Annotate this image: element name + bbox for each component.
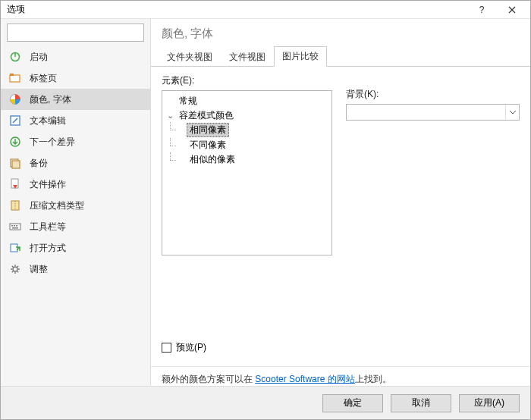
scooter-link[interactable]: Scooter Software 的网站 bbox=[255, 374, 354, 384]
help-button[interactable]: ? bbox=[467, 1, 497, 19]
svg-rect-11 bbox=[10, 224, 20, 230]
sidebar-item-label: 压缩文档类型 bbox=[30, 199, 84, 212]
elements-tree[interactable]: 常规 ⌄容差模式颜色 相同像素 不同像素 相似的像素 bbox=[162, 90, 332, 255]
svg-rect-15 bbox=[12, 227, 18, 229]
tree-node-tolerance[interactable]: 容差模式颜色 bbox=[176, 109, 237, 122]
tree-expander[interactable]: ⌄ bbox=[165, 111, 174, 121]
elements-label: 元素(E): bbox=[162, 74, 332, 87]
svg-rect-3 bbox=[10, 74, 14, 76]
search-input[interactable] bbox=[7, 24, 144, 42]
tab-folder-view[interactable]: 文件夹视图 bbox=[159, 47, 221, 67]
sidebar-item-label: 工具栏等 bbox=[30, 221, 66, 234]
tab-content: 元素(E): 常规 ⌄容差模式颜色 相同像素 不同像素 相似的像素 bbox=[151, 67, 530, 362]
gear-icon bbox=[8, 262, 22, 276]
sidebar-item-tabs[interactable]: 标签页 bbox=[1, 67, 150, 89]
sidebar-item-open-with[interactable]: 打开方式 bbox=[1, 237, 150, 259]
sidebar-item-label: 文件操作 bbox=[30, 178, 66, 191]
sidebar: 启动 标签页 颜色, 字体 文本编辑 下一个差异 备份 bbox=[1, 19, 151, 386]
tab-icon bbox=[8, 71, 22, 85]
close-icon bbox=[508, 6, 516, 14]
chevron-down-icon bbox=[505, 105, 519, 120]
svg-rect-13 bbox=[14, 225, 15, 227]
tab-picture-compare[interactable]: 图片比较 bbox=[274, 46, 327, 67]
sidebar-item-colors-fonts[interactable]: 颜色, 字体 bbox=[1, 89, 150, 110]
backup-icon bbox=[8, 156, 22, 170]
sidebar-item-toolbars[interactable]: 工具栏等 bbox=[1, 216, 150, 237]
sidebar-item-archive-types[interactable]: 压缩文档类型 bbox=[1, 195, 150, 216]
sidebar-item-startup[interactable]: 启动 bbox=[1, 46, 150, 67]
footnote: 额外的颜色方案可以在 Scooter Software 的网站上找到。 bbox=[151, 366, 530, 386]
page-title: 颜色, 字体 bbox=[151, 19, 530, 45]
window-title: 选项 bbox=[4, 3, 25, 16]
svg-point-17 bbox=[13, 267, 17, 271]
sidebar-item-label: 备份 bbox=[30, 157, 48, 170]
background-combo[interactable] bbox=[346, 104, 520, 121]
tree-node-similar-pixels[interactable]: 相似的像素 bbox=[187, 153, 238, 166]
edit-icon bbox=[8, 114, 22, 127]
sidebar-item-tweaks[interactable]: 调整 bbox=[1, 259, 150, 280]
main-panel: 颜色, 字体 文件夹视图 文件视图 图片比较 元素(E): 常规 ⌄容差模式颜色 bbox=[151, 19, 530, 386]
nav-list: 启动 标签页 颜色, 字体 文本编辑 下一个差异 备份 bbox=[1, 46, 150, 386]
tree-node-diff-pixels[interactable]: 不同像素 bbox=[187, 139, 229, 152]
sidebar-item-file-ops[interactable]: 文件操作 bbox=[1, 174, 150, 195]
sidebar-item-label: 标签页 bbox=[30, 72, 57, 85]
apply-button[interactable]: 应用(A) bbox=[459, 394, 520, 412]
svg-rect-12 bbox=[11, 225, 13, 227]
sidebar-item-label: 文本编辑 bbox=[30, 114, 66, 127]
file-warning-icon bbox=[8, 177, 22, 191]
sidebar-item-label: 启动 bbox=[30, 51, 48, 64]
power-icon bbox=[8, 50, 22, 64]
svg-rect-16 bbox=[11, 244, 17, 252]
svg-rect-14 bbox=[16, 225, 17, 227]
sidebar-item-label: 打开方式 bbox=[30, 242, 66, 255]
titlebar: 选项 ? bbox=[1, 1, 530, 19]
palette-icon bbox=[8, 92, 22, 106]
ok-button[interactable]: 确定 bbox=[322, 394, 383, 412]
tab-bar: 文件夹视图 文件视图 图片比较 bbox=[151, 45, 530, 67]
arrow-down-icon bbox=[8, 135, 22, 149]
cancel-button[interactable]: 取消 bbox=[391, 394, 451, 412]
open-with-icon bbox=[8, 241, 22, 255]
keyboard-icon bbox=[8, 220, 22, 234]
sidebar-item-backup[interactable]: 备份 bbox=[1, 152, 150, 174]
dialog-buttons: 确定 取消 应用(A) bbox=[1, 386, 530, 419]
tree-node-general[interactable]: 常规 bbox=[176, 95, 200, 108]
sidebar-item-label: 下一个差异 bbox=[30, 136, 75, 149]
tab-file-view[interactable]: 文件视图 bbox=[221, 47, 274, 67]
tree-node-same-pixels[interactable]: 相同像素 bbox=[187, 123, 229, 137]
close-button[interactable] bbox=[497, 1, 527, 19]
sidebar-item-label: 颜色, 字体 bbox=[30, 93, 71, 106]
background-label: 背景(K): bbox=[346, 88, 520, 101]
svg-rect-8 bbox=[12, 161, 20, 168]
svg-rect-2 bbox=[10, 75, 20, 82]
sidebar-item-label: 调整 bbox=[30, 263, 48, 276]
zip-icon bbox=[8, 199, 22, 212]
preview-label: 预览(P) bbox=[176, 341, 206, 354]
sidebar-item-next-diff[interactable]: 下一个差异 bbox=[1, 131, 150, 152]
preview-checkbox[interactable] bbox=[162, 343, 171, 353]
sidebar-item-text-edit[interactable]: 文本编辑 bbox=[1, 110, 150, 131]
